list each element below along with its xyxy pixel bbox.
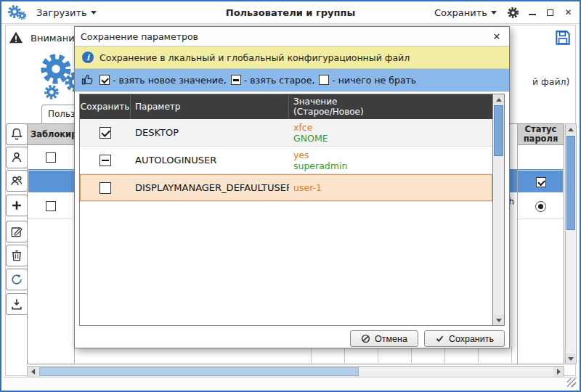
save-parameter-checkbox[interactable]: [99, 127, 111, 139]
parameters-table-header: Сохранить Параметр Значение (Старое/Ново…: [80, 94, 492, 119]
parameter-values: user-1: [289, 182, 492, 193]
table-cell: [518, 145, 564, 171]
save-file-button[interactable]: [553, 28, 572, 50]
parameter-name: DESKTOP: [131, 127, 289, 138]
scroll-up-button[interactable]: [566, 124, 576, 134]
scroll-right-button[interactable]: [553, 367, 564, 377]
thumb-up-icon: [81, 73, 95, 87]
column-header-password-status: Статус пароля: [518, 124, 564, 145]
download-button[interactable]: [6, 293, 28, 315]
save-parameter-checkbox[interactable]: [99, 155, 111, 166]
column-divider: [311, 346, 312, 363]
chevron-down-icon: [91, 11, 97, 15]
legend-text: - взять новое значение,: [113, 75, 227, 86]
edit-user-button[interactable]: [6, 221, 28, 242]
scroll-down-button[interactable]: [566, 354, 576, 364]
add-user-button[interactable]: [6, 195, 28, 216]
arrow-down-icon: [568, 357, 574, 361]
save-parameter-checkbox[interactable]: [99, 182, 111, 194]
download-icon: [9, 297, 24, 311]
save-button[interactable]: Сохранить: [424, 330, 505, 347]
scroll-up-button[interactable]: [493, 94, 504, 105]
dialog-vertical-scrollbar[interactable]: [492, 94, 504, 325]
chevron-down-icon: [491, 11, 497, 15]
parameters-table-body: DESKTOP xfce GNOME AUTOLOGINUSER yes sup…: [80, 119, 492, 325]
save-menu-button[interactable]: Сохранить: [431, 5, 500, 20]
dialog-info-bar: i Сохранение в лкальный и глобальный кон…: [75, 46, 509, 69]
table-row[interactable]: [28, 194, 74, 219]
close-button[interactable]: ✕: [563, 7, 574, 18]
save-parameters-dialog: Сохранение параметров ✕ i Сохранение в л…: [74, 26, 510, 348]
legend-item-none: - ничего не брать: [319, 75, 416, 86]
maximize-icon: [547, 9, 553, 16]
partial-checkbox-icon: [231, 75, 241, 85]
resize-grip[interactable]: [567, 378, 576, 387]
column-divider: [478, 346, 479, 363]
bell-icon: [9, 127, 24, 142]
vertical-scrollbar[interactable]: [565, 123, 577, 364]
scroll-left-button[interactable]: [28, 367, 38, 377]
column-header-value: Значение (Старое/Новое): [289, 94, 492, 119]
user-icon: [9, 150, 24, 165]
status-checkbox[interactable]: [536, 177, 546, 187]
cancel-button[interactable]: Отмена: [350, 330, 418, 347]
status-bar: [4, 377, 577, 388]
column-blocked: Заблокир: [28, 124, 75, 364]
header-line: Значение: [293, 97, 337, 107]
new-value: GNOME: [293, 133, 492, 144]
load-menu-button[interactable]: Загрузить: [33, 5, 99, 20]
legend-text: - взять старое,: [244, 75, 315, 86]
parameters-table-main: Сохранить Параметр Значение (Старое/Ново…: [80, 94, 492, 325]
notifications-button[interactable]: [6, 123, 28, 145]
header-line: пароля: [524, 134, 558, 144]
refresh-icon: [9, 272, 24, 287]
table-cell[interactable]: [518, 194, 564, 219]
legend-item-old: - взять старое,: [231, 75, 315, 86]
header-line: (Старое/Новое): [293, 107, 364, 117]
column-divider: [411, 346, 412, 363]
blocked-checkbox[interactable]: [46, 152, 56, 163]
titlebar-right: Сохранить ✕: [431, 5, 580, 20]
maximize-button[interactable]: [545, 7, 556, 18]
dialog-close-button[interactable]: ✕: [490, 31, 503, 42]
dialog-info-text: Сохранение в лкальный и глобальный конфи…: [99, 52, 410, 63]
warning-triangle-icon: [7, 30, 25, 46]
titlebar-left: Загрузить: [1, 4, 99, 21]
user-account-button[interactable]: [6, 147, 28, 168]
minimize-button[interactable]: [527, 7, 537, 18]
blocked-checkbox[interactable]: [46, 201, 56, 211]
refresh-button[interactable]: [6, 269, 28, 290]
groups-button[interactable]: [6, 170, 28, 192]
arrow-right-icon: [557, 369, 561, 375]
settings-gear-icon[interactable]: [507, 7, 519, 19]
minimize-icon: [529, 14, 536, 15]
delete-user-button[interactable]: [6, 245, 28, 266]
close-icon: ✕: [564, 7, 572, 17]
plus-icon: [9, 198, 24, 213]
parameter-row[interactable]: DESKTOP xfce GNOME: [80, 119, 492, 147]
dialog-scrollbar-thumb[interactable]: [494, 105, 503, 156]
parameter-values: xfce GNOME: [289, 122, 492, 144]
clipped-background-text: й файл): [532, 76, 569, 87]
cancel-label: Отмена: [375, 334, 407, 344]
horizontal-scrollbar[interactable]: [27, 366, 564, 377]
table-row[interactable]: [28, 171, 74, 194]
app-logo-gears-icon: [7, 4, 29, 21]
status-radio[interactable]: [535, 201, 546, 212]
horizontal-scrollbar-thumb[interactable]: [39, 367, 359, 376]
vertical-scrollbar-thumb[interactable]: [566, 136, 575, 230]
load-menu-label: Загрузить: [36, 7, 87, 18]
column-header-save: Сохранить: [80, 94, 131, 119]
empty-checkbox-icon: [319, 75, 329, 85]
parameter-row[interactable]: AUTOLOGINUSER yes superadmin: [80, 147, 492, 174]
old-value: xfce: [293, 122, 492, 133]
parameter-row[interactable]: DISPLAYMANAGER_DEFAULTUSER user-1: [80, 174, 492, 202]
edit-pencil-icon: [9, 224, 24, 239]
column-header-param: Параметр: [131, 94, 289, 119]
table-cell[interactable]: [518, 171, 564, 194]
table-row[interactable]: [28, 145, 74, 171]
scroll-down-button[interactable]: [493, 315, 504, 325]
app-window: Загрузить Пользователи и группы Сохранит…: [0, 0, 581, 392]
arrow-down-icon: [496, 319, 502, 322]
column-password-status: Статус пароля: [517, 124, 564, 364]
